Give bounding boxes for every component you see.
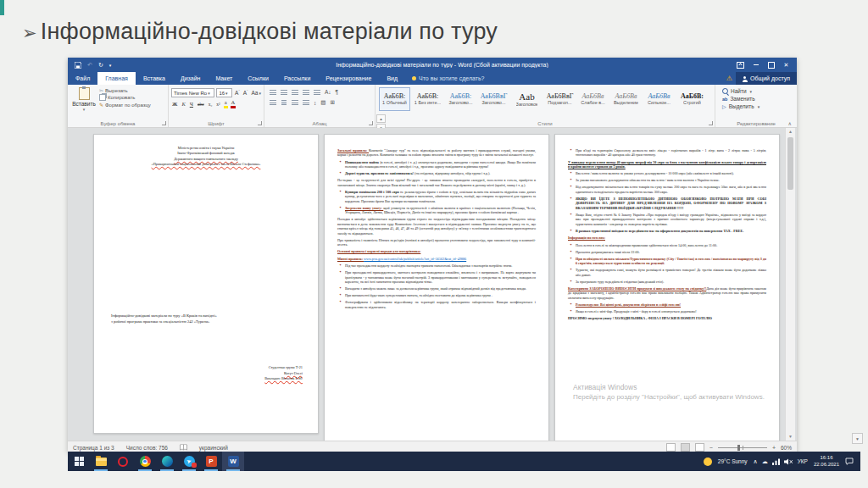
select-button[interactable]: ▷Выделить▾ (722, 103, 797, 109)
zoom-in-icon[interactable]: + (772, 445, 776, 451)
taskbar-chrome[interactable] (134, 452, 156, 471)
print-layout-icon[interactable] (681, 443, 690, 452)
multilevel-list-icon[interactable] (292, 90, 298, 95)
scroll-up-icon[interactable]: ▲ (786, 128, 795, 136)
restore-icon[interactable] (764, 59, 778, 70)
style-cell[interactable]: АаБбВ: Строгий (676, 87, 708, 111)
taskbar-edge[interactable] (156, 452, 178, 471)
scroll-down-icon[interactable]: ▼ (786, 433, 795, 441)
bullets-icon[interactable] (270, 90, 276, 95)
font-size-combo[interactable]: 16▾ (216, 88, 232, 97)
ribbon-tab[interactable]: Вставка (136, 72, 173, 85)
increase-indent-icon[interactable] (314, 90, 320, 95)
collapse-ribbon-icon[interactable]: ∧ (788, 120, 792, 126)
save-icon[interactable] (75, 62, 81, 69)
style-cell[interactable]: АаБбВвГ Заголово... (478, 87, 509, 111)
minimize-icon[interactable] (748, 59, 763, 70)
ribbon-tab[interactable]: Файл (68, 72, 97, 85)
shading-icon[interactable]: ▨ (320, 99, 326, 106)
page-1[interactable]: Міністерство освіти і науки УкраїниІвано… (93, 134, 319, 434)
styles-dialog-launcher[interactable] (709, 121, 713, 125)
decrease-indent-icon[interactable] (303, 90, 309, 95)
style-cell[interactable]: АаБбВ: 1 Без инте... (412, 87, 443, 111)
taskbar-file-explorer[interactable] (90, 452, 112, 471)
pilcrow-icon[interactable]: ¶ (336, 89, 339, 95)
style-cell[interactable]: АаБбВ: 1 Обычный (379, 87, 410, 111)
bold-button[interactable]: Ж (171, 101, 178, 107)
clipboard-dialog-launcher[interactable] (162, 121, 166, 125)
weather-text[interactable]: 29°C Sunny (718, 458, 748, 464)
language-switcher[interactable]: УКР (798, 458, 808, 464)
proofing-icon[interactable] (180, 444, 187, 452)
font-name-combo[interactable]: Times New Ro▾ (171, 88, 214, 97)
copy-button[interactable]: Копировать (99, 94, 151, 101)
change-case-button[interactable]: Аа▾ (250, 90, 262, 96)
scrollbar-thumb[interactable] (787, 137, 793, 190)
zoom-out-icon[interactable]: − (709, 445, 713, 451)
ribbon-tab[interactable]: Рецензирование (318, 72, 379, 85)
borders-icon[interactable]: ⊞ (330, 99, 334, 106)
italic-button[interactable]: К (181, 101, 186, 107)
strikethrough-button[interactable]: abc (197, 102, 205, 107)
style-cell[interactable]: Aab Заголовок (511, 87, 542, 111)
taskbar-powerpoint[interactable]: P (200, 452, 222, 471)
numbering-icon[interactable] (281, 90, 287, 95)
zoom-slider-thumb[interactable] (737, 445, 740, 451)
start-button[interactable] (68, 452, 90, 471)
slide-scroll-down-icon[interactable]: ▼ (852, 433, 863, 444)
activation-warning-icon[interactable]: ⚠ (726, 75, 732, 82)
language-indicator[interactable]: украинский (199, 445, 228, 451)
share-button[interactable]: Общий доступ (736, 72, 797, 85)
paste-button[interactable]: Вставить▾ (71, 87, 97, 112)
sort-icon[interactable]: А↓ (325, 89, 331, 95)
style-cell[interactable]: АаБбВв Выделение (610, 87, 642, 111)
ribbon-tab[interactable]: Ссылки (240, 72, 276, 85)
align-right-icon[interactable] (292, 100, 298, 105)
tell-me-box[interactable]: Что вы хотите сделать? (405, 72, 491, 85)
line-spacing-icon[interactable]: ↕ (314, 100, 316, 106)
ribbon-tab[interactable]: Вид (379, 72, 405, 85)
zoom-slider[interactable] (718, 447, 767, 448)
vertical-scrollbar[interactable]: ▲ ▼ (785, 128, 795, 441)
clock[interactable]: 16:16 22.06.2021 (814, 455, 839, 468)
close-icon[interactable]: ✕ (779, 59, 793, 70)
word-count[interactable]: Число слов: 756 (126, 445, 168, 451)
hidden-icons-chevron[interactable]: ∧ (754, 458, 758, 465)
font-color-button[interactable]: А (231, 100, 236, 108)
shrink-font-button[interactable]: Аˇ (242, 89, 249, 96)
onedrive-cloud-icon[interactable]: ☁ (762, 458, 768, 465)
style-cell[interactable]: АаБбВв Сильное... (643, 87, 675, 111)
page-indicator[interactable]: Страница 1 из 3 (73, 445, 114, 451)
style-cell[interactable]: АаБбВвГ Подзагол... (544, 87, 576, 111)
ribbon-display-options-icon[interactable] (733, 59, 748, 70)
taskbar-opera[interactable] (112, 452, 134, 471)
network-icon[interactable] (772, 458, 780, 465)
underline-button[interactable]: Ч (189, 101, 194, 107)
subscript-button[interactable]: х₂ (208, 102, 214, 107)
undo-icon[interactable]: ↶ (87, 62, 92, 69)
action-center-icon[interactable] (845, 458, 854, 465)
style-cell[interactable]: АаБбВв Слабое в... (577, 87, 609, 111)
justify-icon[interactable] (303, 100, 309, 105)
taskbar-telegram[interactable]: ➤ (178, 452, 200, 471)
paragraph-dialog-launcher[interactable] (369, 121, 373, 125)
align-left-icon[interactable] (270, 100, 276, 105)
format-painter-button[interactable]: ✎Формат по образцу (99, 102, 151, 108)
redo-icon[interactable]: ↻ (98, 62, 103, 69)
align-center-icon[interactable] (281, 100, 287, 105)
grow-font-button[interactable]: Аˆ (234, 89, 241, 96)
text-highlight-button[interactable]: а (224, 100, 228, 108)
zoom-level[interactable]: 60% (781, 445, 792, 451)
page-2[interactable]: Загальні правила: Компанія "Аккорд- тур"… (324, 134, 549, 441)
style-cell[interactable]: АаБбВ: Заголово... (445, 87, 476, 111)
ribbon-tab[interactable]: Главная (97, 72, 136, 85)
qat-customize-icon[interactable]: ▾ (109, 63, 112, 68)
ribbon-tab[interactable]: Макет (208, 72, 240, 85)
cut-button[interactable]: ✂Вырезать (99, 87, 151, 93)
taskbar-word-active[interactable]: W (222, 452, 244, 471)
font-dialog-launcher[interactable] (258, 121, 262, 125)
weather-sun-icon[interactable] (704, 458, 712, 466)
volume-muted-icon[interactable] (784, 458, 793, 465)
replace-button[interactable]: abЗаменить (722, 96, 797, 102)
find-button[interactable]: Найти▾ (722, 88, 797, 94)
